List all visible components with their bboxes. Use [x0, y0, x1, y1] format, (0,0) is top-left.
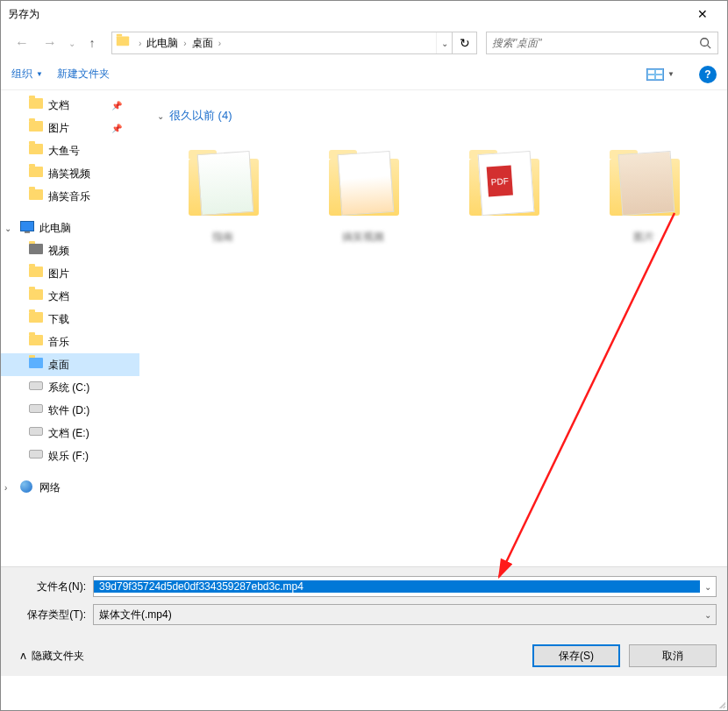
- filename-label: 文件名(N):: [11, 579, 86, 594]
- sidebar-item[interactable]: 文档 (E:): [1, 422, 139, 444]
- drive-icon: [29, 381, 43, 390]
- window-title: 另存为: [8, 7, 685, 22]
- sidebar-item[interactable]: 视频: [1, 239, 139, 262]
- svg-rect-3: [648, 70, 654, 74]
- folder-icon: PDF: [462, 141, 546, 224]
- svg-rect-4: [656, 70, 662, 74]
- breadcrumb-location[interactable]: 桌面: [189, 32, 217, 53]
- sidebar-item[interactable]: 搞笑音乐: [1, 185, 139, 208]
- sidebar: 文档📌 图片📌 大鱼号 搞笑视频 搞笑音乐 ⌄此电脑 视频 图片 文档 下载 音…: [1, 90, 139, 566]
- up-button[interactable]: ↑: [82, 31, 103, 55]
- back-button[interactable]: ←: [10, 31, 34, 55]
- expand-icon[interactable]: ›: [4, 483, 7, 493]
- view-mode-button[interactable]: ▼: [646, 68, 674, 81]
- breadcrumb-separator: ›: [182, 39, 188, 48]
- forward-button[interactable]: →: [38, 31, 62, 55]
- sidebar-this-pc[interactable]: ⌄此电脑: [1, 217, 139, 239]
- breadcrumb-separator: ›: [137, 39, 143, 48]
- filetype-field[interactable]: 媒体文件(.mp4) ⌄: [93, 604, 717, 625]
- pin-icon: 📌: [111, 101, 122, 110]
- close-icon: ✕: [697, 7, 708, 21]
- svg-point-0: [701, 39, 709, 46]
- sidebar-item[interactable]: 下载: [1, 308, 139, 331]
- breadcrumb-pc[interactable]: 此电脑: [143, 32, 182, 53]
- chevron-down-icon: ⌄: [157, 111, 164, 121]
- chevron-down-icon: ▼: [667, 70, 674, 78]
- cancel-button[interactable]: 取消: [629, 644, 717, 667]
- help-icon: ?: [704, 68, 710, 81]
- expand-icon[interactable]: ⌄: [4, 224, 11, 233]
- bottom-panel: 文件名(N): ⌄ 保存类型(T): 媒体文件(.mp4) ⌄ ʌ 隐藏文件夹 …: [1, 566, 727, 676]
- group-header[interactable]: ⌄ 很久以前 (4): [157, 99, 710, 132]
- folder-item[interactable]: 搞笑视频: [315, 141, 411, 245]
- svg-rect-5: [648, 75, 654, 79]
- sidebar-item[interactable]: 软件 (D:): [1, 399, 139, 422]
- forward-icon: →: [43, 35, 57, 51]
- recent-locations-button[interactable]: ⌄: [66, 31, 78, 55]
- address-bar[interactable]: › 此电脑 › 桌面 › ⌄ ↻: [111, 32, 477, 54]
- sidebar-item[interactable]: 大鱼号: [1, 139, 139, 162]
- folder-icon: [182, 141, 265, 224]
- resize-grip[interactable]: [715, 698, 725, 708]
- chevron-down-icon: ▼: [36, 70, 43, 78]
- sidebar-item[interactable]: 娱乐 (F:): [1, 444, 139, 467]
- hide-folders-button[interactable]: ʌ 隐藏文件夹: [20, 649, 84, 664]
- close-button[interactable]: ✕: [685, 1, 720, 27]
- annotation-arrow: [473, 204, 692, 590]
- filename-field[interactable]: ⌄: [93, 576, 717, 597]
- folder-item[interactable]: 图片: [596, 141, 692, 245]
- svg-line-1: [708, 46, 711, 49]
- chevron-down-icon[interactable]: ⌄: [700, 610, 716, 620]
- refresh-button[interactable]: ↻: [452, 32, 476, 53]
- organize-button[interactable]: 组织▼: [11, 67, 43, 82]
- help-button[interactable]: ?: [699, 66, 717, 83]
- filetype-label: 保存类型(T):: [11, 608, 86, 622]
- chevron-down-icon[interactable]: ⌄: [700, 582, 716, 592]
- navigation-row: ← → ⌄ ↑ › 此电脑 › 桌面 › ⌄ ↻: [1, 27, 727, 59]
- pc-icon: [20, 221, 34, 231]
- sidebar-item[interactable]: 文档📌: [1, 94, 139, 117]
- svg-rect-6: [656, 75, 662, 79]
- folder-icon: [603, 141, 686, 224]
- folder-icon: [116, 34, 133, 52]
- chevron-up-icon: ʌ: [20, 650, 26, 662]
- back-icon: ←: [15, 35, 29, 51]
- pin-icon: 📌: [111, 124, 122, 133]
- folder-icon: [322, 141, 405, 224]
- file-list-pane[interactable]: ⌄ 很久以前 (4) 指南 搞笑视频 PDF 图片: [139, 90, 727, 566]
- sidebar-network[interactable]: ›网络: [1, 476, 139, 499]
- folder-item[interactable]: 指南: [175, 141, 271, 245]
- sidebar-item[interactable]: 图片📌: [1, 117, 139, 139]
- drive-icon: [29, 450, 43, 459]
- sidebar-item[interactable]: 系统 (C:): [1, 376, 139, 399]
- address-dropdown[interactable]: ⌄: [436, 32, 452, 53]
- search-box[interactable]: [486, 32, 718, 54]
- search-icon[interactable]: [693, 32, 717, 53]
- breadcrumb-separator: ›: [217, 39, 223, 48]
- network-icon: [20, 480, 32, 493]
- folder-item[interactable]: PDF: [455, 141, 552, 245]
- refresh-icon: ↻: [460, 36, 470, 50]
- sidebar-item[interactable]: 搞笑视频: [1, 162, 139, 185]
- sidebar-item[interactable]: 音乐: [1, 331, 139, 353]
- save-button[interactable]: 保存(S): [532, 644, 620, 667]
- filename-input[interactable]: [94, 580, 700, 593]
- drive-icon: [29, 404, 43, 413]
- search-input[interactable]: [487, 37, 693, 49]
- sidebar-item-desktop[interactable]: 桌面: [1, 353, 139, 376]
- main-area: 文档📌 图片📌 大鱼号 搞笑视频 搞笑音乐 ⌄此电脑 视频 图片 文档 下载 音…: [1, 90, 727, 566]
- svg-line-7: [499, 213, 674, 577]
- sidebar-item[interactable]: 文档: [1, 285, 139, 308]
- thumbnails-icon: [646, 68, 664, 81]
- title-bar: 另存为 ✕: [1, 1, 727, 27]
- drive-icon: [29, 427, 43, 436]
- filetype-value: 媒体文件(.mp4): [94, 608, 700, 622]
- toolbar: 组织▼ 新建文件夹 ▼ ?: [1, 59, 727, 90]
- new-folder-button[interactable]: 新建文件夹: [57, 67, 110, 82]
- sidebar-item[interactable]: 图片: [1, 262, 139, 285]
- up-icon: ↑: [89, 36, 96, 50]
